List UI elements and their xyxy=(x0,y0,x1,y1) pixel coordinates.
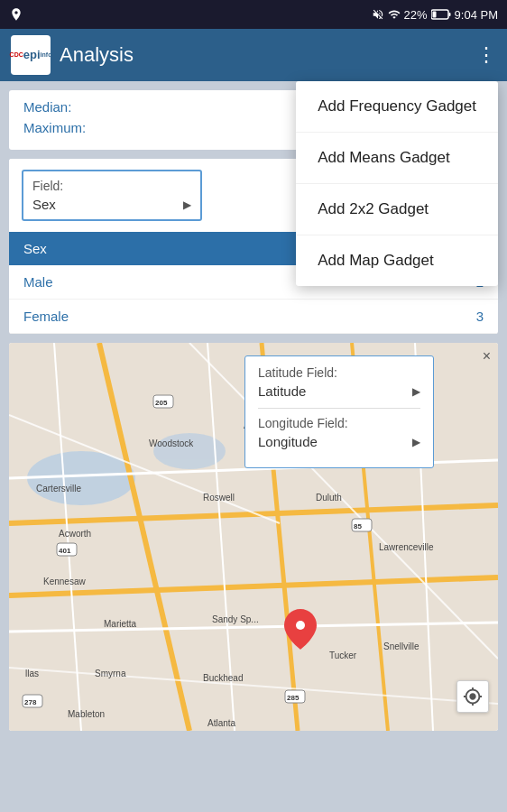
app-bar: CDC epi info Analysis ⋮ xyxy=(0,29,507,81)
mute-icon xyxy=(372,8,384,21)
svg-text:Buckhead: Buckhead xyxy=(203,673,243,683)
battery-text: 22% xyxy=(404,8,428,22)
row-label: Female xyxy=(9,300,226,334)
longitude-value-row[interactable]: Longitude ▶ xyxy=(258,434,420,449)
median-label: Median: xyxy=(23,99,114,115)
gps-icon xyxy=(463,687,483,706)
map-field-divider xyxy=(258,408,420,409)
svg-text:Lawrenceville: Lawrenceville xyxy=(379,542,434,552)
longitude-label: Longitude Field: xyxy=(258,416,420,430)
latitude-value: Latitude xyxy=(258,383,306,399)
location-icon xyxy=(9,7,23,22)
field-value-row: Sex ▶ xyxy=(32,197,191,212)
app-title: Analysis xyxy=(60,43,134,67)
dropdown-item[interactable]: Add Map Gadget xyxy=(296,235,498,286)
dropdown-item[interactable]: Add Frequency Gadget xyxy=(296,81,498,133)
svg-text:Roswell: Roswell xyxy=(203,493,235,503)
svg-text:Acworth: Acworth xyxy=(59,529,91,539)
time-display: 9:04 PM xyxy=(455,8,498,22)
svg-text:Kennesaw: Kennesaw xyxy=(43,577,86,586)
svg-rect-2 xyxy=(432,12,436,18)
svg-text:Atlanta: Atlanta xyxy=(207,718,236,728)
svg-text:205: 205 xyxy=(155,399,168,407)
svg-text:278: 278 xyxy=(24,698,37,706)
col-header-sex: Sex xyxy=(9,232,226,265)
map-card: × Latitude Field: Latitude ▶ Longitude F… xyxy=(9,343,498,731)
dropdown-menu: Add Frequency GadgetAdd Means GadgetAdd … xyxy=(296,81,498,286)
dropdown-item[interactable]: Add 2x2 Gadget xyxy=(296,184,498,235)
status-bar: 22% 9:04 PM xyxy=(0,0,507,29)
svg-text:Snellville: Snellville xyxy=(383,641,419,651)
svg-text:Mableton: Mableton xyxy=(68,709,105,719)
latitude-value-row[interactable]: Latitude ▶ xyxy=(258,383,420,399)
app-bar-left: CDC epi info Analysis xyxy=(11,35,134,75)
app-logo: CDC epi info xyxy=(11,35,51,75)
maximum-label: Maximum: xyxy=(23,120,114,135)
row-label: Male xyxy=(9,265,226,300)
status-bar-left xyxy=(9,7,23,22)
svg-text:Smyrna: Smyrna xyxy=(95,669,126,678)
map-close-button[interactable]: × xyxy=(483,348,491,364)
gps-button[interactable] xyxy=(456,680,489,713)
svg-text:Cartersville: Cartersville xyxy=(36,484,81,494)
svg-text:Woodstock: Woodstock xyxy=(149,438,194,448)
svg-text:85: 85 xyxy=(354,522,362,531)
longitude-value: Longitude xyxy=(258,434,318,449)
map-controls: Latitude Field: Latitude ▶ Longitude Fie… xyxy=(244,355,434,468)
svg-point-50 xyxy=(296,621,305,630)
latitude-dropdown-arrow: ▶ xyxy=(412,385,420,398)
svg-text:llas: llas xyxy=(25,669,39,678)
field-selector[interactable]: Field: Sex ▶ xyxy=(22,170,202,221)
wifi-icon xyxy=(388,8,401,21)
svg-text:Duluth: Duluth xyxy=(316,493,342,503)
app-bar-menu-button[interactable]: ⋮ xyxy=(476,43,496,67)
svg-text:285: 285 xyxy=(287,694,300,702)
row-value: 3 xyxy=(226,300,498,334)
field-label: Field: xyxy=(32,179,191,193)
dropdown-item[interactable]: Add Means Gadget xyxy=(296,133,498,184)
battery-icon xyxy=(431,9,451,20)
latitude-label: Latitude Field: xyxy=(258,365,420,380)
longitude-dropdown-arrow: ▶ xyxy=(412,436,420,448)
table-row: Female3 xyxy=(9,300,498,334)
svg-text:Tucker: Tucker xyxy=(329,651,357,660)
svg-text:401: 401 xyxy=(59,547,71,555)
svg-text:Marietta: Marietta xyxy=(104,619,137,629)
svg-rect-1 xyxy=(448,13,450,16)
field-dropdown-arrow: ▶ xyxy=(183,198,191,211)
svg-text:Sandy Sp...: Sandy Sp... xyxy=(212,614,259,624)
status-bar-right: 22% 9:04 PM xyxy=(372,8,498,22)
field-value: Sex xyxy=(32,197,56,212)
